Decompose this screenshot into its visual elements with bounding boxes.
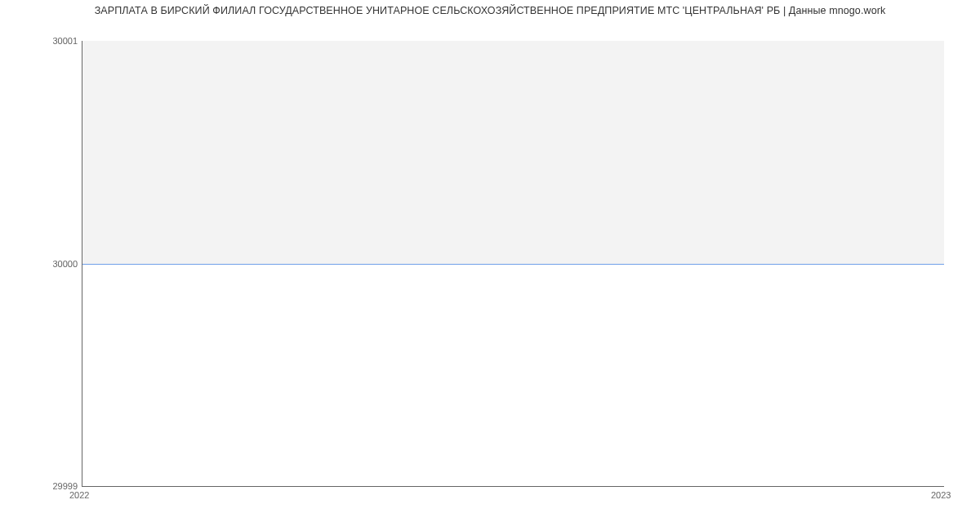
chart-title: ЗАРПЛАТА В БИРСКИЙ ФИЛИАЛ ГОСУДАРСТВЕННО…	[0, 5, 980, 16]
series-line	[82, 264, 944, 265]
y-tick-label: 29999	[4, 481, 78, 491]
grid-band	[82, 41, 944, 264]
x-tick-label: 2022	[69, 490, 89, 500]
y-tick-label: 30000	[4, 259, 78, 269]
y-tick-label: 30001	[4, 36, 78, 46]
plot-area	[82, 41, 944, 487]
salary-chart: ЗАРПЛАТА В БИРСКИЙ ФИЛИАЛ ГОСУДАРСТВЕННО…	[0, 0, 980, 531]
x-tick-label: 2023	[931, 490, 951, 500]
